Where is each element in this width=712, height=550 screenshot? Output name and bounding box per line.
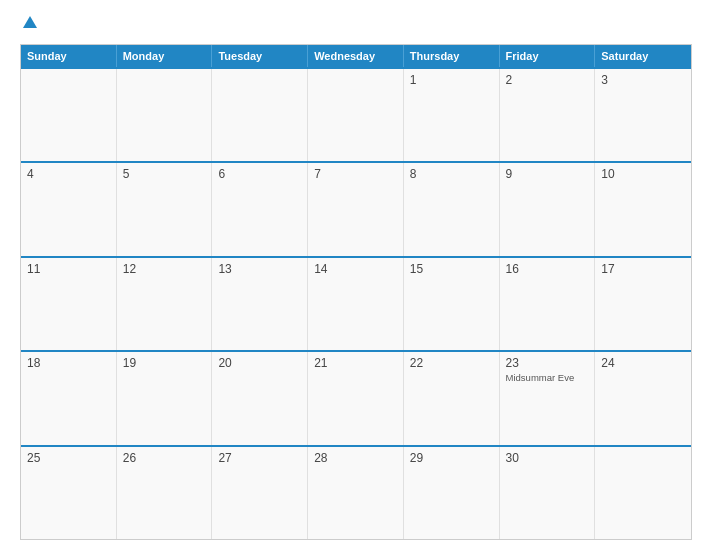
week-row-2: 45678910 xyxy=(21,161,691,255)
cal-cell: 13 xyxy=(212,258,308,350)
day-number: 8 xyxy=(410,167,493,181)
cal-cell: 30 xyxy=(500,447,596,539)
day-number: 26 xyxy=(123,451,206,465)
week-row-4: 181920212223Midsummar Eve24 xyxy=(21,350,691,444)
cal-cell: 6 xyxy=(212,163,308,255)
day-number: 12 xyxy=(123,262,206,276)
cal-cell: 17 xyxy=(595,258,691,350)
day-number: 19 xyxy=(123,356,206,370)
cal-cell: 10 xyxy=(595,163,691,255)
cal-cell: 29 xyxy=(404,447,500,539)
day-number: 28 xyxy=(314,451,397,465)
day-number: 29 xyxy=(410,451,493,465)
cal-cell: 11 xyxy=(21,258,117,350)
cal-cell: 15 xyxy=(404,258,500,350)
cal-cell: 26 xyxy=(117,447,213,539)
week-row-5: 252627282930 xyxy=(21,445,691,539)
cal-cell: 18 xyxy=(21,352,117,444)
day-header-friday: Friday xyxy=(500,45,596,67)
day-header-wednesday: Wednesday xyxy=(308,45,404,67)
day-number: 15 xyxy=(410,262,493,276)
day-number: 24 xyxy=(601,356,685,370)
cal-cell: 19 xyxy=(117,352,213,444)
day-number: 18 xyxy=(27,356,110,370)
cal-cell: 9 xyxy=(500,163,596,255)
day-number: 13 xyxy=(218,262,301,276)
cal-cell: 1 xyxy=(404,69,500,161)
day-number: 30 xyxy=(506,451,589,465)
day-number: 27 xyxy=(218,451,301,465)
cal-cell: 7 xyxy=(308,163,404,255)
day-number: 5 xyxy=(123,167,206,181)
day-number: 6 xyxy=(218,167,301,181)
day-number: 4 xyxy=(27,167,110,181)
day-number: 21 xyxy=(314,356,397,370)
day-number: 17 xyxy=(601,262,685,276)
cal-cell: 8 xyxy=(404,163,500,255)
cal-cell: 14 xyxy=(308,258,404,350)
week-row-1: 123 xyxy=(21,67,691,161)
day-number: 10 xyxy=(601,167,685,181)
day-number: 14 xyxy=(314,262,397,276)
cal-cell: 23Midsummar Eve xyxy=(500,352,596,444)
day-number: 20 xyxy=(218,356,301,370)
cal-cell: 28 xyxy=(308,447,404,539)
cal-cell: 5 xyxy=(117,163,213,255)
cal-cell: 22 xyxy=(404,352,500,444)
cal-cell xyxy=(212,69,308,161)
day-number: 16 xyxy=(506,262,589,276)
cal-cell xyxy=(595,447,691,539)
cal-cell: 25 xyxy=(21,447,117,539)
cal-cell xyxy=(117,69,213,161)
holiday-label: Midsummar Eve xyxy=(506,372,589,383)
day-number: 3 xyxy=(601,73,685,87)
calendar-header: SundayMondayTuesdayWednesdayThursdayFrid… xyxy=(21,45,691,67)
cal-cell: 20 xyxy=(212,352,308,444)
page: SundayMondayTuesdayWednesdayThursdayFrid… xyxy=(0,0,712,550)
cal-cell: 21 xyxy=(308,352,404,444)
cal-cell: 4 xyxy=(21,163,117,255)
day-number: 2 xyxy=(506,73,589,87)
cal-cell: 12 xyxy=(117,258,213,350)
day-header-thursday: Thursday xyxy=(404,45,500,67)
cal-cell: 24 xyxy=(595,352,691,444)
day-number: 23 xyxy=(506,356,589,370)
day-number: 11 xyxy=(27,262,110,276)
calendar: SundayMondayTuesdayWednesdayThursdayFrid… xyxy=(20,44,692,540)
cal-cell: 2 xyxy=(500,69,596,161)
cal-cell xyxy=(21,69,117,161)
day-header-sunday: Sunday xyxy=(21,45,117,67)
cal-cell: 16 xyxy=(500,258,596,350)
day-number: 7 xyxy=(314,167,397,181)
cal-cell: 27 xyxy=(212,447,308,539)
logo-triangle-icon xyxy=(23,16,37,28)
logo xyxy=(20,18,37,30)
cal-cell: 3 xyxy=(595,69,691,161)
day-header-monday: Monday xyxy=(117,45,213,67)
day-header-saturday: Saturday xyxy=(595,45,691,67)
cal-cell xyxy=(308,69,404,161)
day-number: 22 xyxy=(410,356,493,370)
day-number: 25 xyxy=(27,451,110,465)
week-row-3: 11121314151617 xyxy=(21,256,691,350)
header xyxy=(20,18,692,30)
calendar-body: 1234567891011121314151617181920212223Mid… xyxy=(21,67,691,539)
day-number: 1 xyxy=(410,73,493,87)
day-header-tuesday: Tuesday xyxy=(212,45,308,67)
day-number: 9 xyxy=(506,167,589,181)
